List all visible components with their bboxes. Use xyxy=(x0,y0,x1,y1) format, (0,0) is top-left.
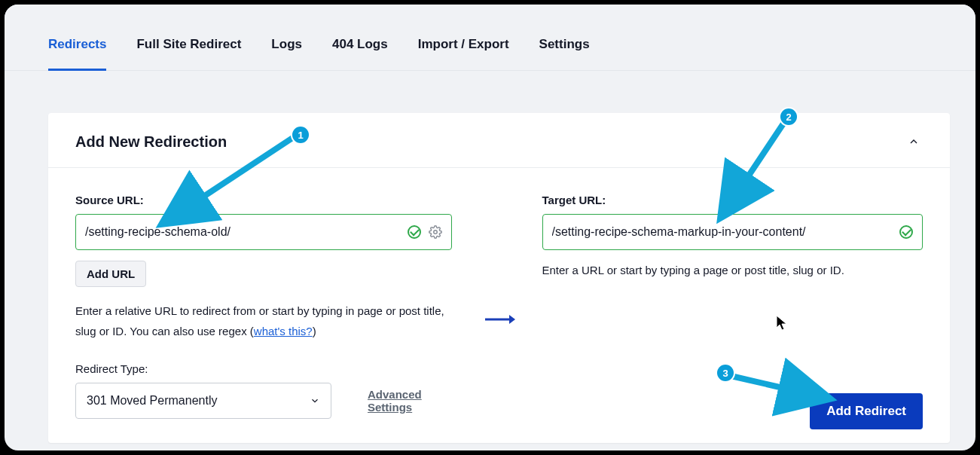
redirect-type-row: 301 Moved Permanently Advanced Settings xyxy=(75,383,456,419)
valid-check-icon xyxy=(899,225,913,239)
add-url-button[interactable]: Add URL xyxy=(75,261,146,287)
card-header: Add New Redirection xyxy=(48,113,950,168)
tab-redirects[interactable]: Redirects xyxy=(48,37,106,70)
target-url-input[interactable] xyxy=(552,215,900,249)
redirect-type-select[interactable]: 301 Moved Permanently xyxy=(75,383,331,419)
whats-this-link[interactable]: what's this? xyxy=(254,325,313,337)
source-help-suffix: ) xyxy=(313,325,316,337)
target-url-input-wrap xyxy=(542,214,924,250)
tab-full-site-redirect[interactable]: Full Site Redirect xyxy=(136,37,241,70)
target-help-text: Enter a URL or start by typing a page or… xyxy=(542,264,924,276)
source-url-input-wrap xyxy=(75,214,452,250)
target-status-icons xyxy=(899,225,913,239)
tabs-bar: Redirects Full Site Redirect Logs 404 Lo… xyxy=(5,5,975,71)
add-redirect-button[interactable]: Add Redirect xyxy=(810,393,923,429)
card-title: Add New Redirection xyxy=(75,133,227,151)
tab-import-export[interactable]: Import / Export xyxy=(418,37,509,70)
tab-settings[interactable]: Settings xyxy=(539,37,590,70)
tab-404-logs[interactable]: 404 Logs xyxy=(332,37,388,70)
target-url-label: Target URL: xyxy=(542,194,924,206)
chevron-up-icon xyxy=(908,136,920,148)
advanced-settings-link[interactable]: Advanced Settings xyxy=(368,388,456,414)
svg-point-0 xyxy=(434,231,438,234)
target-column: Target URL: Enter a URL or start by typi… xyxy=(542,194,924,419)
tab-logs[interactable]: Logs xyxy=(271,37,302,70)
app-window: Redirects Full Site Redirect Logs 404 Lo… xyxy=(5,5,975,450)
collapse-toggle[interactable] xyxy=(905,133,923,151)
source-column: Source URL: Add URL Enter a relative URL… xyxy=(75,194,456,419)
source-url-input[interactable] xyxy=(85,215,408,249)
redirect-type-value: 301 Moved Permanently xyxy=(87,394,217,408)
add-redirection-card: Add New Redirection Source URL: Add URL xyxy=(48,113,950,443)
source-help-text: Enter a relative URL to redirect from or… xyxy=(75,301,456,341)
gear-icon[interactable] xyxy=(429,225,442,239)
arrow-icon xyxy=(484,312,515,330)
svg-marker-2 xyxy=(509,315,515,324)
source-status-icons xyxy=(408,225,442,239)
chevron-down-icon xyxy=(310,395,320,406)
redirect-type-label: Redirect Type: xyxy=(75,362,456,375)
source-url-label: Source URL: xyxy=(75,194,456,206)
valid-check-icon xyxy=(408,225,421,239)
